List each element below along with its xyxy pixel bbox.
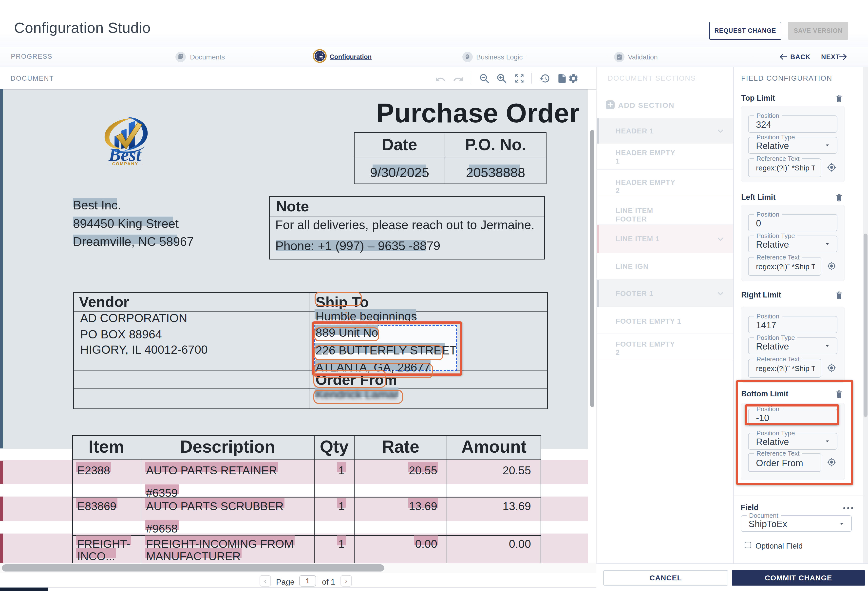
svg-text:—COMPANY—: —COMPANY— <box>107 162 143 166</box>
